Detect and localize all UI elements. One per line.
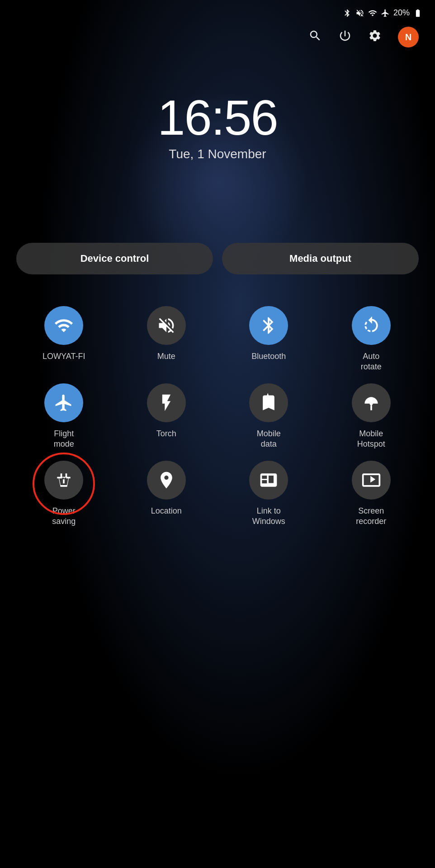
powersaving-tile-icon (44, 461, 83, 500)
status-bar: 20% (0, 0, 435, 18)
wifi-tile-icon (44, 306, 83, 345)
qs-tile-powersaving[interactable]: Powersaving (16, 461, 112, 527)
screenrecorder-tile-icon (352, 461, 391, 500)
power-button[interactable] (338, 29, 352, 46)
mobilehotspot-tile-label: MobileHotspot (357, 429, 385, 450)
quick-settings-grid: LOWYAT-FI Mute Bluetooth Autorotate (0, 288, 435, 527)
qs-tile-flightmode[interactable]: Flightmode (16, 383, 112, 450)
wifi-status-icon (368, 9, 377, 18)
clock-date: Tue, 1 November (0, 147, 435, 161)
mute-tile-icon (147, 306, 186, 345)
battery-icon (413, 9, 422, 18)
bluetooth-tile-label: Bluetooth (251, 351, 286, 362)
qs-tile-mute[interactable]: Mute (119, 306, 214, 373)
airplane-status-icon (381, 9, 390, 18)
powersaving-tile-label: Powersaving (52, 506, 76, 527)
device-control-button[interactable]: Device control (16, 243, 213, 274)
flightmode-tile-icon (44, 383, 83, 422)
qs-tile-mobiledata[interactable]: Mobiledata (221, 383, 317, 450)
qs-tile-screenrecorder[interactable]: Screenrecorder (324, 461, 419, 527)
location-tile-icon (147, 461, 186, 500)
qs-tile-torch[interactable]: Torch (119, 383, 214, 450)
top-actions: N (0, 18, 435, 47)
qs-tile-linktowindows[interactable]: Link toWindows (221, 461, 317, 527)
autorotate-tile-icon (352, 306, 391, 345)
mobiledata-tile-label: Mobiledata (257, 429, 281, 450)
qs-tile-wifi[interactable]: LOWYAT-FI (16, 306, 112, 373)
qs-tile-autorotate[interactable]: Autorotate (324, 306, 419, 373)
autorotate-tile-label: Autorotate (361, 351, 382, 373)
flightmode-tile-label: Flightmode (54, 429, 74, 450)
bluetooth-status-icon (343, 9, 352, 18)
mobiledata-tile-icon (249, 383, 288, 422)
torch-tile-icon (147, 383, 186, 422)
mute-status-icon (355, 9, 364, 18)
linktowindows-tile-label: Link toWindows (252, 506, 285, 527)
battery-percentage: 20% (393, 8, 410, 18)
status-icons: 20% (343, 8, 422, 18)
qs-tile-mobilehotspot[interactable]: MobileHotspot (324, 383, 419, 450)
clock-time: 16:56 (0, 93, 435, 142)
linktowindows-tile-icon (249, 461, 288, 500)
mobilehotspot-tile-icon (352, 383, 391, 422)
screenrecorder-tile-label: Screenrecorder (356, 506, 386, 527)
location-tile-label: Location (151, 506, 182, 516)
wifi-tile-label: LOWYAT-FI (43, 351, 85, 362)
mute-tile-label: Mute (157, 351, 175, 362)
settings-button[interactable] (368, 29, 382, 46)
search-button[interactable] (308, 29, 322, 46)
user-avatar[interactable]: N (398, 27, 419, 47)
quick-buttons: Device control Media output (0, 243, 435, 274)
qs-tile-location[interactable]: Location (119, 461, 214, 527)
qs-tile-bluetooth[interactable]: Bluetooth (221, 306, 317, 373)
bluetooth-tile-icon (249, 306, 288, 345)
media-output-button[interactable]: Media output (222, 243, 419, 274)
torch-tile-label: Torch (156, 429, 176, 439)
clock-section: 16:56 Tue, 1 November (0, 93, 435, 161)
